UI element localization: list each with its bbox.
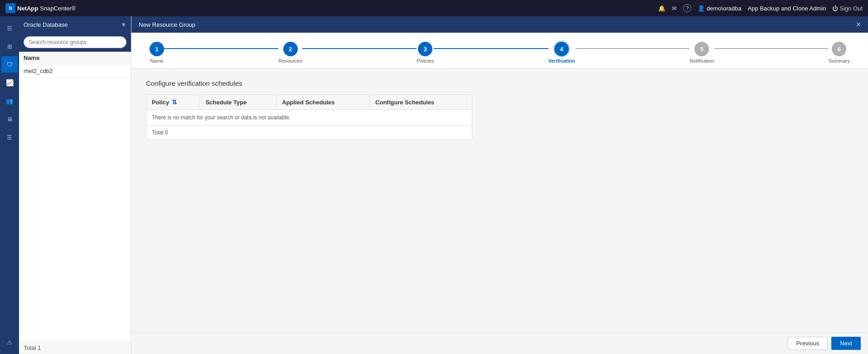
step-3-number: 3	[424, 46, 427, 53]
module-title: Oracle Database	[24, 21, 68, 28]
step-2-circle: 2	[283, 42, 298, 56]
no-data-message: There is no match for your search or dat…	[146, 110, 472, 126]
verification-table: Policy ⇅ Schedule Type Applied Schedules…	[146, 94, 472, 126]
content-title: New Resource Group	[139, 21, 195, 28]
mail-icon[interactable]: ✉	[672, 5, 677, 12]
step-4: 4 Verification	[548, 42, 575, 64]
step-6-circle: 6	[832, 42, 846, 56]
menu-icon: ☰	[7, 25, 12, 32]
server-icon: 🖥	[7, 116, 13, 123]
help-icon[interactable]: ?	[683, 4, 691, 12]
close-button[interactable]: ×	[856, 20, 861, 30]
step-line-2	[302, 48, 417, 49]
navbar-left: N NetApp SnapCenter®	[5, 3, 76, 13]
bottom-bar: Previous Next	[131, 332, 868, 354]
search-input[interactable]	[24, 36, 126, 48]
chart-icon: 📈	[6, 79, 14, 86]
sidebar-footer: Total 1	[19, 341, 131, 354]
step-5-label: Notification	[689, 58, 714, 64]
step-2-number: 2	[289, 46, 292, 53]
warning-icon: ⚠	[7, 339, 12, 346]
apps-icon: ⊞	[7, 43, 12, 50]
netapp-logo: N NetApp SnapCenter®	[5, 3, 76, 13]
main-content: New Resource Group × 1 Name 2	[131, 16, 868, 354]
panel-sidebar: Oracle Database ▼ Name rhel2_cdb2 Total …	[19, 16, 131, 354]
step-1-label: Name	[150, 58, 163, 64]
col-schedule-type: Schedule Type	[200, 95, 276, 110]
sidebar-total: Total 1	[24, 344, 41, 351]
sidebar-icon-apps[interactable]: ⊞	[1, 38, 18, 54]
user-info: 👤 demo\oradba	[698, 5, 741, 12]
panel-sidebar-header: Oracle Database ▼	[19, 16, 131, 33]
col-schedule-type-label: Schedule Type	[205, 99, 247, 106]
no-data-row: There is no match for your search or dat…	[146, 110, 472, 126]
user-icon: 👤	[698, 5, 705, 12]
module-dropdown-icon[interactable]: ▼	[121, 21, 126, 28]
step-6: 6 Summary	[829, 42, 850, 64]
signout-label: Sign Out	[839, 5, 863, 12]
sidebar-icon-menu[interactable]: ☰	[1, 20, 18, 36]
brand-name: NetApp	[17, 5, 38, 12]
shield-icon: 🛡	[7, 61, 13, 68]
navbar-right: 🔔 ✉ ? 👤 demo\oradba App Backup and Clone…	[658, 4, 863, 12]
step-1: 1 Name	[150, 42, 164, 64]
step-line-3	[434, 48, 548, 49]
step-line-4	[575, 48, 689, 49]
sidebar-icon-chart[interactable]: 📈	[1, 74, 18, 91]
step-6-label: Summary	[829, 58, 850, 64]
sidebar-icon-warning[interactable]: ⚠	[1, 334, 18, 350]
col-policy: Policy ⇅	[146, 95, 200, 110]
col-configure-schedules-label: Configure Schedules	[375, 99, 434, 106]
section-title: Configure verification schedules	[146, 79, 853, 87]
step-6-number: 6	[838, 46, 841, 53]
step-5-circle: 5	[694, 42, 709, 56]
step-2: 2 Resources	[278, 42, 302, 64]
sidebar-icon-shield[interactable]: 🛡	[1, 56, 18, 73]
list-icon: ☰	[7, 134, 12, 141]
content-header: New Resource Group ×	[131, 16, 868, 33]
step-3-circle: 3	[418, 42, 432, 56]
next-button[interactable]: Next	[831, 337, 861, 350]
step-2-label: Resources	[278, 58, 302, 64]
step-4-circle: 4	[554, 42, 569, 56]
step-4-label: Verification	[548, 58, 575, 64]
steps-row: 1 Name 2 Resources 3	[150, 42, 850, 64]
col-applied-schedules-label: Applied Schedules	[282, 99, 335, 106]
step-5: 5 Notification	[689, 42, 714, 64]
sidebar-icon-server[interactable]: 🖥	[1, 111, 18, 127]
sort-icon[interactable]: ⇅	[172, 98, 177, 106]
step-line-1	[164, 48, 278, 49]
step-5-number: 5	[700, 46, 703, 53]
table-footer: Total 0	[146, 126, 472, 140]
top-navbar: N NetApp SnapCenter® 🔔 ✉ ? 👤 demo\oradba…	[0, 0, 868, 16]
bell-icon[interactable]: 🔔	[658, 5, 665, 12]
sidebar-item-rhel2[interactable]: rhel2_cdb2	[19, 64, 131, 78]
sidebar-name-column: Name	[24, 54, 39, 61]
sidebar-item-label: rhel2_cdb2	[24, 68, 53, 74]
col-configure-schedules: Configure Schedules	[370, 95, 472, 110]
step-3-label: Policies	[417, 58, 434, 64]
sidebar-table-header: Name	[19, 52, 131, 64]
app-role: App Backup and Clone Admin	[748, 5, 826, 12]
app-name: SnapCenter®	[40, 5, 76, 12]
content-body: Configure verification schedules Policy …	[131, 69, 868, 332]
previous-button[interactable]: Previous	[788, 337, 828, 350]
wizard-steps: 1 Name 2 Resources 3	[131, 33, 868, 69]
users-icon: 👥	[6, 98, 13, 104]
netapp-icon: N	[5, 3, 15, 13]
col-policy-label: Policy	[152, 99, 169, 106]
signout-button[interactable]: ⏻ Sign Out	[832, 5, 863, 12]
step-1-circle: 1	[150, 42, 164, 56]
panel-sidebar-search	[19, 33, 131, 52]
main-layout: ☰ ⊞ 🛡 📈 👥 🖥 ☰ ⚠ Oracle Database ▼	[0, 16, 868, 354]
signout-icon: ⏻	[832, 5, 838, 12]
icon-sidebar: ☰ ⊞ 🛡 📈 👥 🖥 ☰ ⚠	[0, 16, 19, 354]
sidebar-icon-users[interactable]: 👥	[1, 93, 18, 109]
username: demo\oradba	[707, 5, 742, 12]
sidebar-icon-list[interactable]: ☰	[1, 129, 18, 145]
step-3: 3 Policies	[417, 42, 434, 64]
col-applied-schedules: Applied Schedules	[276, 95, 370, 110]
step-line-5	[714, 48, 829, 49]
step-4-number: 4	[560, 46, 563, 53]
step-1-number: 1	[155, 46, 158, 53]
